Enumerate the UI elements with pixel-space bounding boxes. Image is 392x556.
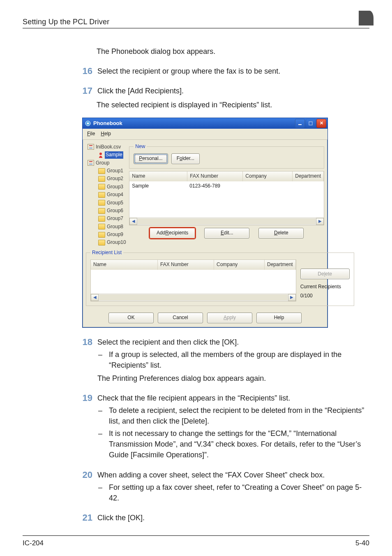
tree-group-root[interactable]: Group (86, 159, 127, 167)
maximize-button[interactable] (306, 119, 316, 128)
contacts-scrollbar[interactable]: ◀ ▶ (129, 218, 324, 225)
cancel-button[interactable]: Cancel (158, 313, 203, 323)
step-21: 21 Click the [OK]. (80, 512, 367, 523)
step-bullet: For setting up a fax cover sheet, refer … (109, 482, 367, 503)
bullet-dash: – (97, 405, 103, 426)
folder-button[interactable]: Folder... (171, 153, 200, 164)
recipient-delete-button[interactable]: Delete (300, 269, 350, 279)
table-row[interactable]: Sample 0123-456-789 (129, 181, 324, 191)
close-button[interactable]: ✕ (316, 119, 326, 128)
folder-icon (98, 208, 105, 214)
book-icon (88, 144, 94, 150)
step-text: Select the recipient and then click the … (97, 337, 367, 348)
tree-group-item[interactable]: Group1 (86, 167, 127, 175)
cell-name: Sample (129, 181, 187, 191)
dialog-buttons: OK Cancel Apply Help (83, 308, 327, 327)
folder-icon (98, 224, 105, 229)
step-number: 17 (80, 86, 92, 96)
person-icon (98, 152, 103, 158)
new-legend: New (134, 143, 147, 150)
table-header: Name FAX Number Company Department (129, 171, 324, 181)
menu-help[interactable]: Help (99, 130, 113, 138)
scroll-track[interactable] (99, 294, 288, 301)
phonebook-dialog: Phonebook ✕ File Help (82, 118, 328, 327)
scroll-right-icon[interactable]: ▶ (316, 218, 324, 225)
page-footer: IC-204 5-40 (23, 535, 369, 547)
edit-button[interactable]: Edit... (204, 228, 249, 239)
minimize-button[interactable] (295, 119, 305, 128)
step-text: Click the [OK]. (97, 512, 367, 523)
chapter-corner (359, 11, 374, 25)
folder-icon (98, 184, 105, 190)
step-17: 17 Click the [Add Recipients]. (80, 86, 367, 96)
tree-group-item[interactable]: Group7 (86, 215, 127, 222)
scroll-track[interactable] (138, 218, 316, 225)
tree-group-item[interactable]: Group6 (86, 207, 127, 215)
add-recipients-button[interactable]: Add Recipients (150, 228, 195, 239)
folder-icon (98, 240, 105, 246)
help-button[interactable]: Help (256, 313, 302, 323)
step-16: 16 Select the recipient or group where t… (80, 66, 367, 76)
cell-department (291, 181, 324, 191)
step-number: 16 (80, 66, 92, 76)
tree-group-item[interactable]: Group8 (86, 223, 127, 231)
folder-icon (98, 232, 105, 238)
title-bar[interactable]: Phonebook ✕ (83, 118, 327, 129)
ok-button[interactable]: OK (108, 313, 154, 323)
tree-view[interactable]: IniBook.csv Sample Group Group1 (86, 143, 127, 247)
recipient-table[interactable]: Name FAX Number Company Department ◀ ▶ (90, 259, 296, 301)
personal-button[interactable]: Personal... (134, 153, 168, 164)
step-text: Click the [Add Recipients]. (97, 86, 367, 96)
menu-file-label: ile (90, 131, 95, 137)
tree-group-item[interactable]: Group3 (86, 183, 127, 191)
folder-icon (98, 216, 105, 222)
new-fieldset: New Personal... Folder... (129, 143, 324, 169)
svg-point-4 (99, 153, 102, 155)
table-header: Name FAX Number Company Department (91, 260, 296, 269)
menu-file[interactable]: File (85, 130, 97, 138)
scroll-right-icon[interactable]: ▶ (288, 294, 296, 301)
tree-root-label: IniBook.csv (96, 144, 121, 151)
contacts-table[interactable]: Name FAX Number Company Department Sampl… (129, 171, 324, 225)
folder-icon (98, 168, 105, 174)
footer-right: 5-40 (355, 539, 369, 547)
tree-group-item[interactable]: Group5 (86, 199, 127, 207)
running-header: Setting Up the PCL Driver 5 (23, 12, 369, 28)
bullet-dash: – (97, 349, 103, 371)
step-number: 19 (80, 393, 92, 403)
tree-group-item[interactable]: Group9 (86, 231, 127, 239)
current-recipients-label: Current Recipients (300, 283, 350, 290)
app-icon (85, 120, 91, 126)
col-fax[interactable]: FAX Number (187, 171, 243, 181)
step-20: 20 When adding a cover sheet, select the… (80, 470, 367, 503)
col-company[interactable]: Company (243, 171, 293, 181)
tree-group-item[interactable]: Group2 (86, 175, 127, 183)
folder-icon (98, 192, 105, 198)
delete-button[interactable]: Delete (258, 228, 304, 239)
book-icon (88, 160, 94, 166)
col-department[interactable]: Department (265, 260, 296, 269)
step-follow-text: The selected recipient is displayed in “… (97, 100, 367, 110)
apply-button[interactable]: Apply (207, 313, 252, 323)
col-department[interactable]: Department (293, 171, 324, 181)
col-company[interactable]: Company (214, 260, 265, 269)
tree-root[interactable]: IniBook.csv (86, 143, 127, 151)
step-bullet: It is not necessary to change the settin… (109, 428, 367, 460)
col-name[interactable]: Name (91, 260, 158, 269)
tree-sample[interactable]: Sample (86, 151, 127, 159)
scroll-left-icon[interactable]: ◀ (129, 218, 137, 225)
cell-fax: 0123-456-789 (187, 181, 242, 191)
svg-point-1 (87, 123, 89, 125)
tree-group-item[interactable]: Group4 (86, 191, 127, 199)
step-text: Select the recipient or group where the … (97, 66, 367, 76)
recipient-scrollbar[interactable]: ◀ ▶ (91, 294, 296, 301)
folder-icon (98, 200, 105, 206)
bullet-dash: – (97, 428, 103, 460)
footer-left: IC-204 (23, 539, 44, 547)
col-name[interactable]: Name (129, 171, 187, 181)
svg-rect-2 (298, 124, 302, 125)
col-fax[interactable]: FAX Number (158, 260, 214, 269)
scroll-left-icon[interactable]: ◀ (91, 294, 99, 301)
tree-group-item[interactable]: Group10 (86, 239, 127, 246)
step-number: 21 (80, 512, 92, 523)
